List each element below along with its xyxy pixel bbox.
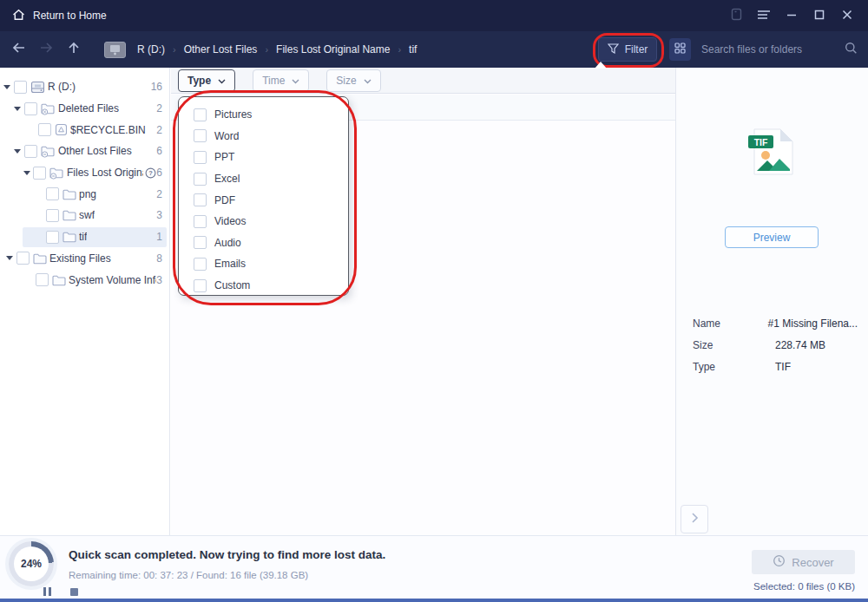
recover-button[interactable]: Recover (752, 550, 855, 574)
filter-option-pdf[interactable]: PDF (179, 189, 348, 211)
tree-checkbox[interactable] (14, 81, 27, 94)
navbar: R (D:)›Other Lost Files›Files Lost Origi… (0, 31, 868, 68)
progress-percent-label: 24% (21, 558, 42, 570)
breadcrumb-item[interactable]: Other Lost Files (184, 43, 258, 56)
breadcrumb: R (D:)›Other Lost Files›Files Lost Origi… (104, 42, 417, 58)
tree-checkbox[interactable] (46, 231, 59, 244)
license-button[interactable] (724, 5, 748, 26)
expander-arrow-icon[interactable] (13, 104, 22, 113)
folder-x-icon (41, 102, 56, 115)
window-bottom-edge (0, 599, 868, 602)
tree-checkbox[interactable] (24, 145, 37, 158)
tree-item-r-d[interactable]: R (D:)16 (0, 76, 169, 98)
filter-option-label: PDF (214, 194, 235, 206)
maximize-button[interactable] (807, 5, 832, 26)
search-icon[interactable] (845, 42, 858, 58)
filter-size-button[interactable]: Size (326, 69, 380, 92)
scan-status-message: Quick scan completed. Now trying to find… (69, 548, 385, 561)
file-details: Name#1 Missing Filena...Size228.74 MBTyp… (693, 317, 858, 383)
search-input[interactable] (700, 43, 845, 56)
filter-option-checkbox[interactable] (194, 173, 207, 186)
tree-item-files-lost-original-na[interactable]: Files Lost Original Na...?6 (0, 162, 169, 184)
expander-arrow-icon[interactable] (5, 254, 14, 263)
up-button[interactable] (62, 38, 85, 61)
tree-item-png[interactable]: png2 (0, 183, 169, 205)
drive-icon (30, 81, 45, 94)
funnel-icon (608, 43, 619, 56)
back-button[interactable] (7, 38, 30, 61)
filter-option-checkbox[interactable] (194, 193, 207, 206)
detail-row: Name#1 Missing Filena... (693, 317, 858, 330)
filter-option-videos[interactable]: Videos (179, 211, 348, 232)
tree-item-swf[interactable]: swf3 (0, 205, 169, 226)
filter-option-checkbox[interactable] (194, 129, 207, 142)
tree-checkbox[interactable] (38, 123, 51, 136)
tree-item-label: tif (79, 231, 87, 243)
titlebar: Return to Home (0, 0, 868, 32)
folder-icon (52, 274, 66, 286)
filter-option-excel[interactable]: Excel (179, 168, 348, 190)
filter-option-emails[interactable]: Emails (179, 253, 348, 275)
filter-time-button[interactable]: Time (253, 69, 309, 92)
tree-item-tif[interactable]: tif1 (0, 226, 169, 248)
caret-down-icon (218, 75, 226, 87)
tree-checkbox[interactable] (36, 273, 49, 286)
tree-item-deleted-files[interactable]: Deleted Files2 (0, 98, 169, 120)
filter-option-pictures[interactable]: Pictures (179, 104, 348, 126)
tree-item-label: swf (79, 209, 95, 221)
back-icon (11, 42, 26, 57)
tree-checkbox[interactable] (46, 209, 59, 222)
history-nav (0, 38, 85, 61)
filter-option-audio[interactable]: Audio (179, 232, 348, 254)
filter-type-button[interactable]: Type (178, 69, 235, 92)
preview-button[interactable]: Preview (725, 226, 819, 248)
breadcrumb-item[interactable]: Files Lost Original Name (276, 43, 390, 56)
recover-label: Recover (792, 556, 833, 569)
filter-button-label: Time (262, 75, 285, 87)
svg-text:TIF: TIF (754, 137, 768, 147)
body-area: R (D:)16Deleted Files2$RECYCLE.BIN2Other… (0, 68, 868, 535)
caret-down-icon (364, 75, 372, 87)
view-toggle-button[interactable] (669, 38, 691, 61)
tree-item-label: System Volume Informati... (69, 274, 156, 286)
breadcrumb-items: R (D:)›Other Lost Files›Files Lost Origi… (137, 43, 417, 56)
breadcrumb-item[interactable]: tif (409, 43, 417, 56)
return-home-button[interactable]: Return to Home (0, 9, 107, 23)
filter-option-checkbox[interactable] (194, 258, 207, 271)
forward-button[interactable] (35, 38, 57, 61)
tree-item-existing-files[interactable]: Existing Files8 (0, 248, 169, 270)
tree-checkbox[interactable] (16, 252, 30, 265)
filter-option-custom[interactable]: Custom (179, 275, 348, 297)
expander-arrow-icon[interactable] (23, 168, 30, 177)
tree-item-label: png (79, 188, 96, 200)
filter-option-checkbox[interactable] (194, 236, 207, 249)
filter-option-checkbox[interactable] (194, 279, 207, 292)
expander-arrow-icon[interactable] (3, 82, 11, 91)
close-button[interactable] (835, 5, 859, 26)
filter-option-checkbox[interactable] (194, 215, 207, 228)
tree-item-recycle-bin[interactable]: $RECYCLE.BIN2 (0, 119, 169, 141)
tree-checkbox[interactable] (24, 102, 37, 115)
selected-summary: Selected: 0 files (0 KB) (753, 581, 855, 592)
expander-arrow-icon[interactable] (13, 147, 22, 155)
forward-icon (39, 42, 54, 57)
filter-option-checkbox[interactable] (194, 151, 207, 164)
breadcrumb-item[interactable]: R (D:) (137, 43, 165, 56)
filter-button[interactable]: Filter (598, 37, 657, 62)
tree-checkbox[interactable] (33, 167, 46, 180)
tree-checkbox[interactable] (46, 187, 59, 200)
tree-item-system-volume-informati[interactable]: System Volume Informati...3 (0, 269, 169, 291)
up-icon (68, 41, 80, 58)
folder-icon (62, 231, 76, 243)
menu-button[interactable] (752, 5, 776, 26)
minimize-button[interactable] (779, 5, 804, 26)
preview-panel: TIF Preview Name#1 Missing Filena...Size… (675, 68, 868, 535)
filter-option-word[interactable]: Word (179, 126, 348, 147)
filter-option-label: Videos (214, 215, 246, 227)
filter-option-checkbox[interactable] (194, 108, 207, 121)
collapse-panel-button[interactable] (681, 505, 708, 533)
tif-file-icon: TIF (746, 127, 796, 180)
tree-item-other-lost-files[interactable]: Other Lost Files6 (0, 141, 169, 162)
filter-option-ppt[interactable]: PPT (179, 147, 348, 168)
help-icon[interactable]: ? (145, 167, 156, 179)
